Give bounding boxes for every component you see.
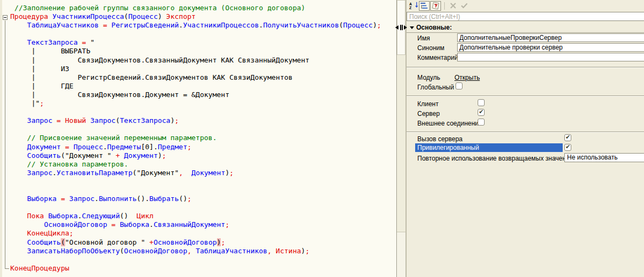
code-line[interactable]	[10, 186, 381, 195]
server-label: Сервер	[417, 110, 440, 117]
fold-collapse-icon[interactable]	[3, 15, 8, 20]
external-connection-label: Внешнее соединение	[417, 120, 482, 127]
separator	[407, 131, 644, 133]
properties-panel: Основные: Имя Синоним Комментарий Модуль…	[406, 0, 644, 277]
code-line[interactable]: Сообщить("Основной договор " +ОсновнойДо…	[10, 238, 381, 247]
code-line[interactable]: Сообщить("Документ " + Документ);	[10, 151, 381, 160]
fold-scope-line	[5, 20, 9, 269]
code-line[interactable]: |";	[10, 99, 381, 108]
code-line[interactable]: ОсновнойДоговор = Выборка.СвязанныйДокум…	[10, 220, 381, 229]
code-line[interactable]: Процедура УчастникиПроцесса(Процесс) Экс…	[10, 12, 381, 21]
properties-toolbar	[407, 0, 644, 11]
editor-vertical-scrollbar[interactable]	[397, 0, 406, 277]
code-line[interactable]: | СвязиДокументов.Документ = &Документ	[10, 91, 381, 99]
code-line[interactable]: Запрос.УстановитьПараметр("Документ", До…	[10, 169, 381, 177]
cancel-x-icon[interactable]	[447, 1, 458, 11]
separator	[407, 95, 644, 96]
client-checkbox[interactable]	[478, 99, 485, 106]
splitter-grip-icon[interactable]	[395, 24, 408, 31]
code-line[interactable]: ТаблицаУчастников = РегистрыСведений.Уча…	[10, 21, 381, 30]
external-connection-checkbox[interactable]	[478, 119, 485, 126]
name-field[interactable]	[457, 33, 644, 42]
code-line[interactable]: Запрос = Новый Запрос(ТекстЗапроса);	[10, 116, 381, 125]
code-line[interactable]	[10, 255, 381, 264]
sort-az-icon[interactable]	[408, 1, 418, 11]
code-line[interactable]: ЗаписатьНаборПоОбъекту(ОсновнойДоговор, …	[10, 247, 381, 255]
code-line[interactable]: ТекстЗапроса = "	[10, 38, 381, 47]
privileged-label: Привилегированный	[415, 143, 563, 152]
reuse-label: Повторное использование возвращаемых зна…	[417, 155, 573, 162]
code-line[interactable]: | ВЫБРАТЬ	[10, 47, 381, 56]
module-open-link[interactable]: Открыть	[454, 74, 480, 81]
code-line[interactable]	[10, 30, 381, 38]
scrollbar-track-lower[interactable]	[397, 232, 405, 277]
code-line[interactable]: // Присвоение значений переменным параме…	[10, 134, 381, 142]
code-line[interactable]: Документ = Процесс.Предметы[0].Предмет;	[10, 143, 381, 151]
privileged-row-selected[interactable]: Привилегированный	[415, 143, 563, 152]
comment-field[interactable]	[457, 53, 644, 61]
section-underline	[407, 32, 644, 33]
section-header: Основные:	[416, 24, 452, 31]
code-line[interactable]: КонецЦикла;	[10, 229, 381, 238]
comment-label: Комментарий	[417, 54, 458, 61]
synonym-field[interactable]	[457, 43, 644, 52]
code-editor[interactable]: //Заполнение рабочей группы связанного д…	[0, 0, 397, 277]
name-label: Имя	[417, 34, 430, 42]
categorized-view-icon[interactable]	[419, 1, 430, 11]
code-line[interactable]: | СвязиДокументов.СвязанныйДокумент КАК …	[10, 56, 381, 65]
code-line[interactable]: Пока Выборка.Следующий() Цикл	[10, 212, 381, 220]
section-collapse-icon[interactable]	[410, 26, 414, 29]
code-line[interactable]: //Заполнение рабочей группы связанного д…	[10, 4, 381, 12]
code-line[interactable]: // Установка параметров.	[10, 160, 381, 169]
code-line[interactable]	[10, 177, 381, 186]
apply-check-icon[interactable]	[459, 1, 470, 11]
code-line[interactable]	[10, 108, 381, 116]
global-label: Глобальный	[417, 84, 454, 91]
search-input[interactable]	[407, 12, 644, 21]
code-line[interactable]	[10, 125, 381, 134]
code-line[interactable]: Выборка = Запрос.Выполнить().Выбрать();	[10, 195, 381, 203]
server-call-label: Вызов сервера	[417, 135, 463, 143]
separator	[407, 67, 644, 68]
module-label: Модуль	[417, 74, 440, 81]
synonym-label: Синоним	[417, 44, 444, 52]
privileged-checkbox[interactable]	[564, 144, 571, 151]
1c-designer-window: //Заполнение рабочей группы связанного д…	[0, 0, 644, 277]
server-checkbox[interactable]	[478, 109, 485, 116]
code-line[interactable]: | РегистрСведений.СвязиДокументов КАК Св…	[10, 73, 381, 82]
important-properties-icon[interactable]	[430, 1, 441, 11]
client-label: Клиент	[417, 100, 439, 108]
reuse-dropdown[interactable]: Не использовать	[564, 153, 644, 162]
toolbar-separator	[444, 2, 445, 10]
sort-arrow-icon	[415, 2, 418, 8]
global-checkbox[interactable]	[456, 82, 463, 89]
code-line[interactable]: | ГДЕ	[10, 82, 381, 91]
code-line[interactable]: КонецПроцедуры	[10, 264, 381, 273]
editor-margin	[0, 0, 2, 277]
code-text[interactable]: //Заполнение рабочей группы связанного д…	[10, 4, 381, 273]
server-call-checkbox[interactable]	[564, 134, 571, 141]
code-line[interactable]	[10, 203, 381, 212]
code-line[interactable]: | ИЗ	[10, 65, 381, 73]
